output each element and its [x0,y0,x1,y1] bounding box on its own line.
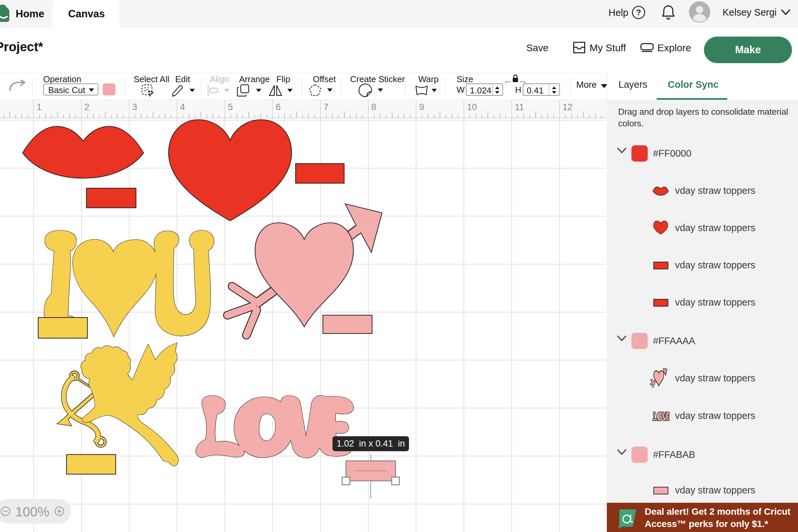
svg-text:?: ? [636,8,641,17]
